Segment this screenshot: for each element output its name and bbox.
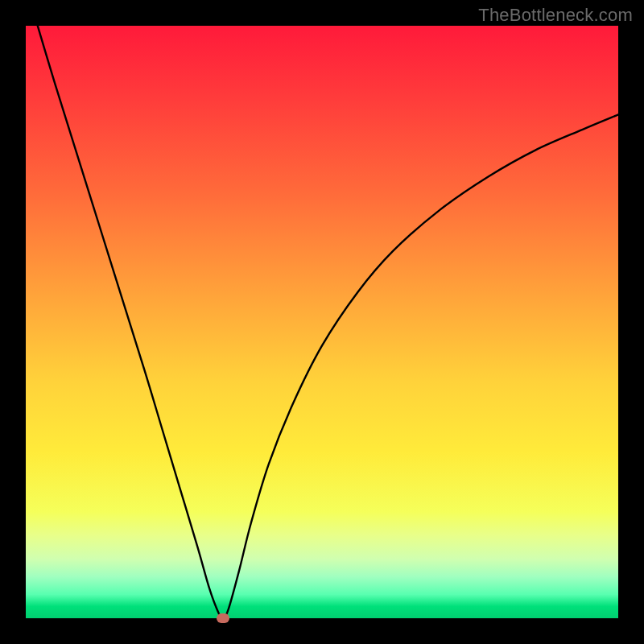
- bottleneck-curve-path: [38, 26, 618, 618]
- curve-svg: [26, 26, 618, 618]
- chart-frame: TheBottleneck.com: [0, 0, 644, 644]
- watermark-text: TheBottleneck.com: [478, 5, 633, 26]
- minimum-marker: [217, 613, 229, 623]
- plot-area: [26, 26, 618, 618]
